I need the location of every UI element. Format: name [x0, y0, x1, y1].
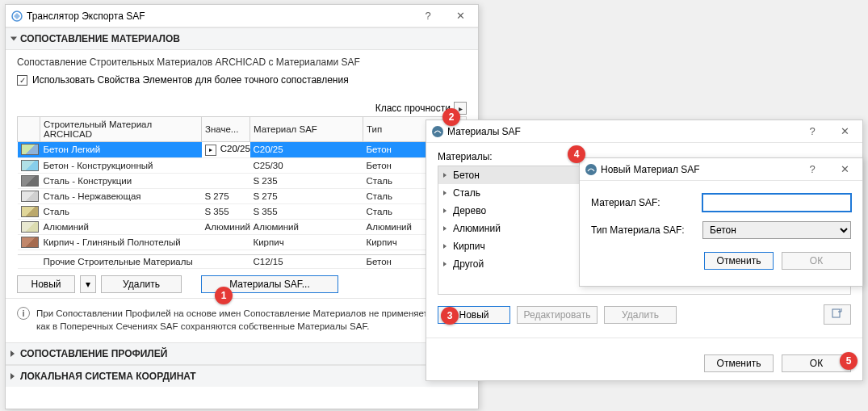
table-row[interactable]: АлюминийАлюминийАлюминийАлюминий	[18, 219, 467, 234]
help-button[interactable]: ?	[799, 123, 825, 140]
section-materials[interactable]: СОПОСТАВЛЕНИЕ МАТЕРИАЛОВ	[6, 27, 478, 50]
app-icon	[431, 125, 444, 138]
list-item-label: Бетон	[453, 170, 480, 181]
app-icon	[585, 163, 598, 176]
row-name: Сталь - Конструкции	[40, 173, 202, 188]
close-button[interactable]: ✕	[832, 161, 858, 178]
row-value: S 355	[202, 203, 250, 219]
translator-window: Транслятор Экспорта SAF ? ✕ СОПОСТАВЛЕНИ…	[5, 4, 479, 409]
chevron-right-icon	[443, 173, 447, 178]
table-row[interactable]: Бетон Легкий▸ C20/25C20/25Бетон	[18, 142, 467, 158]
section-coords[interactable]: ЛОКАЛЬНАЯ СИСТЕМА КООРДИНАТ	[6, 365, 478, 387]
saf-title: Материалы SAF	[444, 126, 799, 137]
strength-class-label: Класс прочности	[375, 103, 451, 114]
materials-description: Сопоставление Строительных Материалов AR…	[17, 57, 467, 68]
section-profiles[interactable]: СОПОСТАВЛЕНИЕ ПРОФИЛЕЙ	[6, 342, 478, 365]
list-item-label: Кирпич	[453, 241, 485, 252]
list-item-label: Дерево	[453, 205, 486, 216]
row-saf: C25/30	[250, 157, 363, 173]
material-type-select[interactable]: Бетон	[702, 221, 851, 239]
new-ok-button[interactable]: ОК	[782, 252, 851, 270]
svg-rect-2	[832, 309, 840, 317]
list-item-label: Сталь	[453, 187, 480, 199]
table-row[interactable]: СтальS 355S 355Сталь	[18, 203, 467, 219]
saf-delete-button[interactable]: Удалить	[604, 306, 677, 324]
row-saf: S 275	[250, 188, 363, 203]
titlebar[interactable]: Новый Материал SAF ? ✕	[580, 158, 862, 181]
row-saf: C20/25	[250, 142, 363, 158]
chevron-right-icon	[443, 191, 447, 195]
col-archicad[interactable]: Строительный Материал ARCHICAD	[40, 117, 202, 142]
row-name: Бетон Легкий	[40, 142, 202, 158]
other-materials-row[interactable]: Прочие Строительные Материалы C12/15 Бет…	[18, 254, 467, 268]
materials-table: Строительный Материал ARCHICAD Значе... …	[17, 116, 467, 269]
callout-1: 1	[215, 287, 233, 304]
row-value: S 275	[202, 188, 250, 203]
material-saf-input[interactable]	[702, 194, 851, 212]
callout-5: 5	[840, 352, 858, 370]
material-swatch	[21, 221, 39, 233]
chevron-right-icon	[443, 208, 447, 213]
callout-2: 2	[442, 108, 460, 126]
titlebar[interactable]: Материалы SAF ? ✕	[426, 120, 862, 143]
section-materials-label: СОПОСТАВЛЕНИЕ МАТЕРИАЛОВ	[20, 33, 180, 44]
saf-cancel-button[interactable]: Отменить	[704, 354, 774, 372]
material-swatch	[21, 144, 39, 155]
delete-button[interactable]: Удалить	[101, 275, 182, 293]
row-value	[202, 173, 250, 188]
callout-3: 3	[441, 307, 459, 325]
help-button[interactable]: ?	[799, 161, 825, 178]
saf-import-button[interactable]	[824, 304, 851, 325]
row-name: Сталь - Нержавеющая	[40, 188, 202, 203]
callout-4: 4	[568, 145, 585, 163]
row-value: ▸ C20/25	[202, 142, 250, 158]
other-value	[202, 254, 250, 268]
material-swatch	[21, 237, 39, 248]
new-material-title: Новый Материал SAF	[598, 164, 799, 175]
section-profiles-label: СОПОСТАВЛЕНИЕ ПРОФИЛЕЙ	[20, 348, 167, 359]
titlebar[interactable]: Транслятор Экспорта SAF ? ✕	[6, 5, 478, 27]
other-name: Прочие Строительные Материалы	[40, 254, 202, 268]
row-saf: S 355	[250, 203, 363, 219]
chevron-right-icon	[443, 226, 447, 231]
use-properties-label: Использовать Свойства Элементов для боле…	[32, 74, 349, 86]
row-value	[202, 234, 250, 250]
row-name: Бетон - Конструкционный	[40, 157, 202, 173]
other-saf: C12/15	[250, 254, 363, 268]
close-button[interactable]: ✕	[447, 7, 473, 25]
row-name: Сталь	[40, 203, 202, 219]
table-row[interactable]: Кирпич - Глиняный ПолнотелыйКирпичКирпич	[18, 234, 467, 250]
new-dropdown[interactable]: ▾	[80, 275, 96, 293]
row-saf: Кирпич	[250, 234, 363, 250]
col-value[interactable]: Значе...	[202, 117, 250, 142]
table-row[interactable]: Бетон - КонструкционныйC25/30Бетон	[18, 157, 467, 173]
chevron-right-icon	[443, 244, 447, 249]
material-swatch	[21, 160, 39, 171]
list-item-label: Алюминий	[453, 223, 501, 234]
info-text: При Сопоставлении Профилей на основе име…	[36, 307, 467, 333]
material-swatch	[21, 206, 39, 217]
table-row[interactable]: Сталь - КонструкцииS 235Сталь	[18, 173, 467, 188]
material-saf-label: Материал SAF:	[591, 197, 696, 208]
chevron-down-icon	[10, 37, 17, 41]
new-cancel-button[interactable]: Отменить	[704, 252, 774, 270]
info-icon: i	[17, 307, 30, 320]
list-item-label: Другой	[453, 258, 484, 270]
help-button[interactable]: ?	[415, 7, 441, 25]
row-value: Алюминий	[202, 219, 250, 234]
new-button[interactable]: Новый	[17, 275, 75, 293]
row-name: Кирпич - Глиняный Полнотелый	[40, 234, 202, 250]
window-title: Транслятор Экспорта SAF	[23, 10, 415, 22]
close-button[interactable]: ✕	[832, 123, 858, 140]
col-saf[interactable]: Материал SAF	[250, 117, 363, 142]
row-name: Алюминий	[40, 219, 202, 234]
table-row[interactable]: Сталь - НержавеющаяS 275S 275Сталь	[18, 188, 467, 203]
material-type-label: Тип Материала SAF:	[591, 224, 696, 236]
row-saf: Алюминий	[250, 219, 363, 234]
saf-edit-button[interactable]: Редактировать	[517, 306, 598, 324]
svg-point-1	[432, 126, 443, 137]
row-value	[202, 157, 250, 173]
use-properties-checkbox[interactable]: ✓	[17, 75, 27, 86]
value-picker[interactable]: ▸	[205, 145, 216, 156]
row-saf: S 235	[250, 173, 363, 188]
